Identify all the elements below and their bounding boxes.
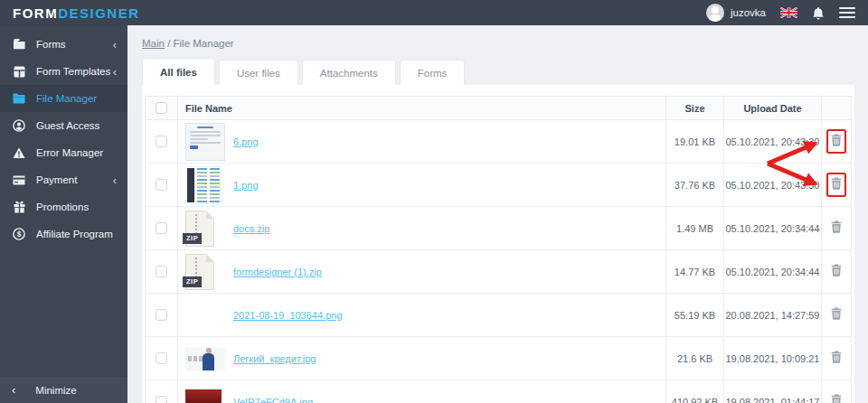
row-checkbox[interactable] (156, 396, 167, 403)
file-manager-icon (12, 93, 26, 104)
user-menu[interactable]: juzovka (706, 4, 766, 22)
form-templates-icon (12, 66, 26, 78)
sidebar-item-label: Guest Access (36, 120, 117, 131)
error-manager-icon (12, 147, 26, 159)
column-header-file-name: File Name (178, 97, 666, 120)
tab-user-files[interactable]: User files (219, 60, 298, 85)
breadcrumb-current: File Manager (174, 38, 234, 49)
file-upload-date: 20.08.2021, 14:27:59 (724, 294, 822, 337)
row-checkbox[interactable] (156, 222, 167, 234)
affiliate-program-icon: $ (12, 228, 26, 240)
delete-file-button[interactable] (828, 218, 844, 239)
sidebar-item-error-manager[interactable]: Error Manager (0, 139, 127, 166)
chevron-left-icon: ‹ (113, 174, 117, 186)
main-content: Main / File Manager All filesUser filesA… (127, 25, 868, 403)
file-thumbnail (185, 123, 225, 161)
row-checkbox[interactable] (156, 136, 167, 147)
delete-file-button[interactable] (828, 391, 844, 403)
sidebar: Forms‹Form Templates‹File ManagerGuest A… (0, 25, 127, 403)
notifications-bell-icon[interactable] (812, 6, 825, 20)
file-name-link[interactable]: formdesigner (1).zip (233, 267, 322, 277)
table-row: VeIR7eFCd9A.jpg410.92 KB19.08.2021, 01:4… (146, 380, 852, 403)
row-checkbox[interactable] (156, 179, 167, 191)
table-header-row: File Name Size Upload Date (146, 97, 852, 120)
tab-forms[interactable]: Forms (400, 60, 466, 85)
trash-icon (831, 134, 842, 149)
tab-panel: File Name Size Upload Date 6.png19.01 KB… (142, 85, 854, 403)
delete-file-button[interactable] (828, 305, 844, 325)
table-row: 6.png19.01 KB05.10.2021, 20:43:30 (146, 120, 852, 164)
sidebar-item-payment[interactable]: Payment‹ (0, 166, 127, 193)
file-tabs: All filesUser filesAttachmentsForms (142, 60, 854, 85)
sidebar-item-label: Payment (36, 174, 113, 185)
trash-icon (831, 351, 842, 366)
file-upload-date: 05.10.2021, 20:34:44 (724, 250, 822, 294)
menu-toggle-icon[interactable] (839, 7, 855, 18)
file-name-link[interactable]: docs.zip (233, 223, 269, 234)
payment-icon (12, 175, 26, 185)
file-name-link[interactable]: Легкий_кредит.jpg (233, 353, 316, 364)
sidebar-item-label: File Manager (36, 93, 117, 104)
breadcrumb-separator: / (165, 38, 174, 49)
sidebar-item-file-manager[interactable]: File Manager (0, 85, 127, 112)
svg-text:$: $ (17, 230, 22, 239)
row-checkbox[interactable] (156, 309, 167, 321)
sidebar-item-label: Forms (36, 39, 113, 50)
minimize-label: Minimize (35, 385, 76, 396)
sidebar-item-label: Promotions (36, 202, 117, 212)
sidebar-item-guest-access[interactable]: Guest Access (0, 112, 127, 139)
table-row: 1.png37.76 KB05.10.2021, 20:43:30 (146, 164, 852, 207)
file-size: 55.19 KB (666, 294, 724, 337)
username: juzovka (731, 7, 766, 18)
tab-attachments[interactable]: Attachments (302, 60, 396, 85)
files-table: File Name Size Upload Date 6.png19.01 KB… (145, 96, 852, 403)
sidebar-item-promotions[interactable]: Promotions (0, 193, 127, 220)
file-size: 1.49 MB (666, 207, 724, 250)
breadcrumb: Main / File Manager (142, 38, 854, 49)
sidebar-item-form-templates[interactable]: Form Templates‹ (0, 58, 127, 85)
table-row: ZIPdocs.zip1.49 MB05.10.2021, 20:34:44 (146, 207, 852, 250)
file-name-link[interactable]: VeIR7eFCd9A.jpg (233, 397, 313, 403)
delete-file-button[interactable] (828, 174, 844, 195)
language-flag-icon[interactable] (780, 7, 797, 18)
sidebar-item-label: Form Templates (36, 66, 113, 77)
row-checkbox[interactable] (156, 266, 167, 277)
file-upload-date: 05.10.2021, 20:43:30 (724, 164, 822, 207)
file-name-link[interactable]: 6.png (233, 136, 259, 147)
breadcrumb-main-link[interactable]: Main (142, 38, 165, 49)
trash-icon (831, 307, 842, 323)
file-size: 14.77 KB (666, 250, 724, 294)
zip-file-icon: ZIP (185, 254, 214, 290)
delete-file-button[interactable] (828, 131, 844, 152)
sidebar-item-affiliate-program[interactable]: $Affiliate Program (0, 220, 127, 248)
trash-icon (831, 394, 842, 403)
file-name-link[interactable]: 1.png (233, 180, 259, 191)
file-upload-date: 19.08.2021, 10:09:21 (724, 337, 822, 380)
file-thumbnail (185, 347, 225, 370)
row-checkbox[interactable] (156, 352, 167, 364)
top-bar: FORMDESIGNER juzovka (0, 0, 868, 25)
chevron-left-icon: ‹ (113, 66, 117, 78)
sidebar-item-forms[interactable]: Forms‹ (0, 31, 127, 58)
column-header-upload-date: Upload Date (724, 97, 822, 120)
logo-secondary: DESIGNER (58, 5, 139, 21)
trash-icon (831, 177, 842, 192)
app-logo[interactable]: FORMDESIGNER (13, 5, 140, 21)
file-size: 37.76 KB (666, 164, 724, 207)
file-thumbnail (185, 166, 222, 204)
promotions-icon (12, 201, 26, 213)
logo-primary: FORM (13, 5, 58, 21)
file-size: 19.01 KB (666, 120, 724, 164)
file-upload-date: 05.10.2021, 20:34:44 (724, 207, 822, 250)
trash-icon (831, 220, 842, 236)
file-size: 21.6 KB (666, 337, 724, 380)
avatar (706, 4, 724, 22)
delete-file-button[interactable] (828, 348, 844, 369)
delete-file-button[interactable] (828, 261, 844, 282)
select-all-checkbox[interactable] (156, 102, 167, 114)
sidebar-minimize-button[interactable]: ‹ Minimize (0, 377, 127, 403)
tab-all-files[interactable]: All files (142, 58, 215, 85)
table-row: 2021-08-19_103644.png55.19 KB20.08.2021,… (146, 294, 852, 337)
file-name-link[interactable]: 2021-08-19_103644.png (233, 310, 343, 321)
chevron-left-icon: ‹ (113, 39, 117, 51)
